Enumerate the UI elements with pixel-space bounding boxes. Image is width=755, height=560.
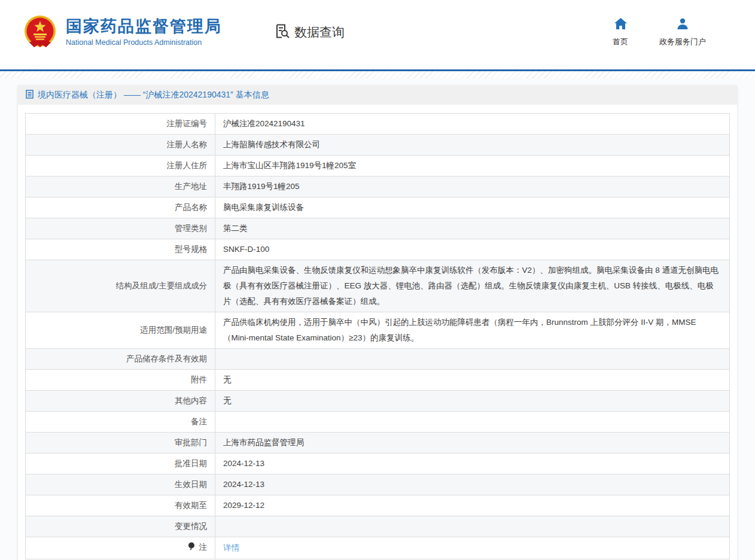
row-value-cell: 丰翔路1919号1幢205 [215, 176, 730, 197]
row-value: 上海市药品监督管理局 [223, 438, 304, 447]
row-value: SNKF-D-100 [223, 245, 269, 254]
row-label: 产品储存条件及有效期 [126, 354, 207, 363]
row-label: 备注 [191, 417, 207, 426]
row-label: 附件 [191, 375, 207, 384]
row-value: 无 [223, 375, 232, 384]
row-value-cell: 产品供临床机构使用，适用于脑卒中（中风）引起的上肢运动功能障碍患者（病程一年内，… [215, 312, 730, 349]
nav-item-portal[interactable]: 政务服务门户 [659, 18, 706, 47]
row-label: 批准日期 [175, 459, 207, 468]
row-label: 型号规格 [175, 245, 207, 254]
user-icon [677, 18, 689, 32]
top-nav: 首页 政务服务门户 [607, 18, 737, 47]
agency-name-en: National Medical Products Administration [66, 38, 222, 47]
row-label-cell: 结构及组成/主要组成成分 [26, 260, 215, 312]
site-header: 国家药品监督管理局 National Medical Products Admi… [0, 0, 755, 69]
table-row: 审批部门 上海市药品监督管理局 [26, 433, 730, 454]
table-row: 备注 [26, 412, 730, 433]
row-label: 注册人名称 [167, 140, 208, 149]
table-row: 生产地址 丰翔路1919号1幢205 [26, 176, 730, 197]
row-value-cell: 脑电采集康复训练设备 [215, 197, 730, 218]
row-value: 上海市宝山区丰翔路1919号1幢205室 [223, 161, 356, 170]
row-label: 注册证编号 [167, 119, 208, 128]
table-row: 产品名称 脑电采集康复训练设备 [26, 197, 730, 218]
row-label-cell: 生产地址 [26, 176, 215, 197]
row-label-cell: 型号规格 [26, 239, 215, 260]
home-icon [614, 18, 627, 32]
row-label-cell: 备注 [26, 412, 215, 433]
table-row: 变更情况 [26, 516, 730, 537]
national-emblem-icon [22, 14, 59, 51]
row-value-cell: 详情 [215, 537, 730, 559]
agency-name-cn: 国家药品监督管理局 [66, 18, 222, 36]
row-label: 管理类别 [175, 224, 207, 233]
row-value: 沪械注准20242190431 [223, 119, 305, 128]
row-label-cell: 审批部门 [26, 433, 215, 454]
row-label-cell: 批准日期 [26, 454, 215, 474]
row-value-cell [215, 516, 730, 537]
document-icon [26, 90, 38, 101]
row-label-cell: 产品名称 [26, 197, 215, 218]
row-value-cell [215, 412, 730, 433]
row-label-cell: 适用范围/预期用途 [26, 312, 215, 349]
hatch-band [0, 71, 755, 78]
table-row: 型号规格 SNKF-D-100 [26, 239, 730, 260]
row-label: 变更情况 [175, 522, 207, 531]
nav-label-home: 首页 [613, 36, 628, 47]
nav-item-home[interactable]: 首页 [607, 18, 634, 47]
row-value-cell: 2029-12-12 [215, 495, 730, 516]
row-label-cell: 注册人住所 [26, 156, 215, 176]
row-value: 2029-12-12 [223, 501, 264, 510]
row-label: 产品名称 [175, 203, 207, 212]
balloon-icon [188, 541, 195, 556]
row-value-cell [215, 349, 730, 370]
row-value: 2024-12-13 [223, 459, 264, 468]
row-value: 脑电采集康复训练设备 [223, 203, 304, 212]
row-label: 生产地址 [175, 182, 207, 191]
info-table-body: 注册证编号 沪械注准20242190431 注册人名称 上海韶脑传感技术有限公司… [26, 114, 730, 559]
row-label-cell: 变更情况 [26, 516, 215, 537]
row-value-cell: SNKF-D-100 [215, 239, 730, 260]
row-value-cell: 无 [215, 391, 730, 412]
row-label-cell: 附件 [26, 370, 215, 391]
row-label: 结构及组成/主要组成成分 [116, 281, 207, 290]
row-label-cell: 注册证编号 [26, 114, 215, 135]
document-search-icon [275, 23, 294, 42]
details-link[interactable]: 详情 [223, 543, 239, 552]
table-row: 注 详情 [26, 537, 730, 559]
table-row: 批准日期 2024-12-13 [26, 454, 730, 474]
row-label: 注册人住所 [167, 161, 208, 170]
row-value: 2024-12-13 [223, 480, 264, 489]
row-value-cell: 第二类 [215, 218, 730, 239]
row-label: 有效期至 [175, 501, 207, 510]
data-query-link[interactable]: 数据查询 [275, 23, 345, 42]
row-label-cell: 注 [26, 537, 215, 559]
row-label: 审批部门 [175, 438, 207, 447]
page-title-bar: 境内医疗器械（注册） —— “沪械注准20242190431” 基本信息 [18, 86, 737, 105]
table-row: 其他内容 无 [26, 391, 730, 412]
row-value: 无 [223, 396, 232, 405]
table-row: 注册证编号 沪械注准20242190431 [26, 114, 730, 135]
row-label-cell: 生效日期 [26, 474, 215, 495]
row-value: 产品供临床机构使用，适用于脑卒中（中风）引起的上肢运动功能障碍患者（病程一年内，… [223, 318, 696, 342]
row-value-cell: 沪械注准20242190431 [215, 114, 730, 135]
table-row: 产品储存条件及有效期 [26, 349, 730, 370]
row-value-cell: 产品由脑电采集设备、生物反馈康复仪和运动想象脑卒中康复训练软件（发布版本：V2）… [215, 260, 730, 312]
brand-home-link[interactable]: 国家药品监督管理局 National Medical Products Admi… [22, 14, 222, 51]
page-title: 境内医疗器械（注册） —— “沪械注准20242190431” 基本信息 [38, 90, 269, 101]
row-value-cell: 上海市药品监督管理局 [215, 433, 730, 454]
row-value: 产品由脑电采集设备、生物反馈康复仪和运动想象脑卒中康复训练软件（发布版本：V2）… [223, 266, 719, 306]
row-value: 丰翔路1919号1幢205 [223, 182, 300, 191]
row-value-cell: 上海市宝山区丰翔路1919号1幢205室 [215, 156, 730, 176]
row-value-cell: 上海韶脑传感技术有限公司 [215, 135, 730, 156]
table-row: 管理类别 第二类 [26, 218, 730, 239]
row-label: 其他内容 [175, 396, 207, 405]
row-value: 第二类 [223, 224, 248, 233]
data-query-label: 数据查询 [294, 24, 345, 41]
table-row: 附件 无 [26, 370, 730, 391]
detail-card: 境内医疗器械（注册） —— “沪械注准20242190431” 基本信息 注册证… [18, 86, 737, 560]
table-row: 有效期至 2029-12-12 [26, 495, 730, 516]
row-label: 适用范围/预期用途 [140, 325, 207, 334]
table-row: 结构及组成/主要组成成分 产品由脑电采集设备、生物反馈康复仪和运动想象脑卒中康复… [26, 260, 730, 312]
row-label-cell: 产品储存条件及有效期 [26, 349, 215, 370]
row-value-cell: 2024-12-13 [215, 474, 730, 495]
